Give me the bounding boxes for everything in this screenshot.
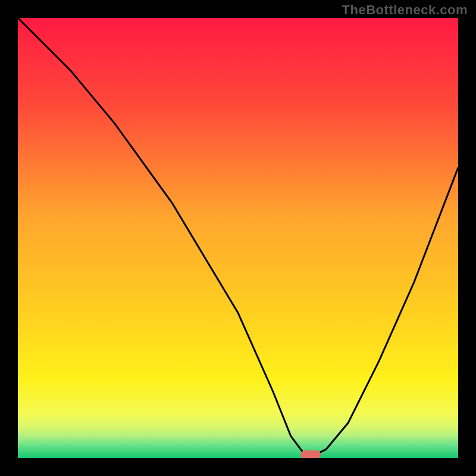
- bottleneck-curve: [18, 18, 458, 454]
- chart-frame: TheBottleneck.com: [0, 0, 476, 476]
- curve-layer: [18, 18, 458, 458]
- watermark-text: TheBottleneck.com: [342, 2, 468, 18]
- plot-area: [18, 18, 458, 458]
- optimal-marker: [300, 450, 321, 458]
